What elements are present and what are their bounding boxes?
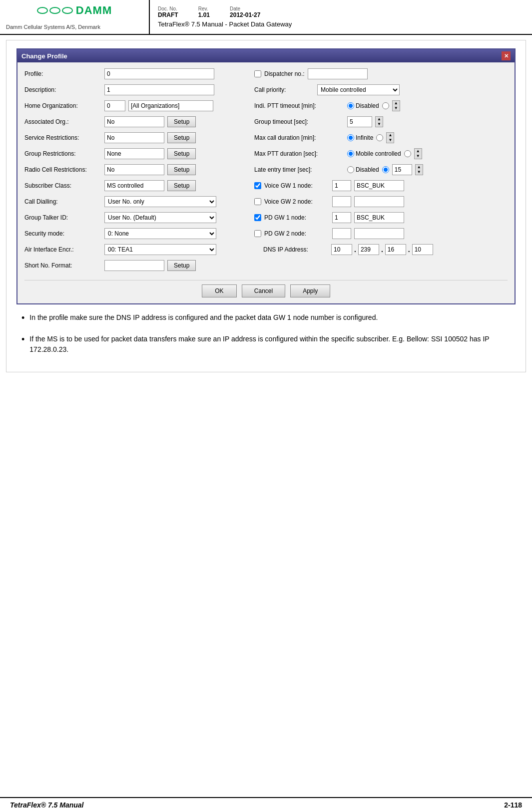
max-ptt-custom-radio [404,150,411,157]
radio-cell-setup-button[interactable]: Setup [167,164,196,175]
voice-gw2-num-input[interactable] [332,196,351,207]
voice-gw2-checkbox[interactable] [254,198,261,205]
pd-gw2-name-input[interactable] [354,228,404,239]
group-rest-setup-button[interactable]: Setup [167,148,196,159]
short-no-setup-button[interactable]: Setup [167,260,196,271]
late-entry-disabled-radio: Disabled [347,166,379,173]
group-talker-select[interactable]: User No. (Default) [104,212,216,223]
dialog-columns: Profile: Description: Home Organization:… [24,67,508,275]
logo-graphic: DAMM [37,4,112,17]
air-encr-label: Air Interface Encr.: [24,246,104,253]
dns-oct2-input[interactable] [358,244,379,255]
max-call-spinner: ▲ ▼ [386,132,394,143]
date-label: Date [230,6,260,11]
voice-gw1-checkbox[interactable] [254,182,261,189]
late-entry-label: Late entry timer [sec]: [254,166,344,173]
max-call-down[interactable]: ▼ [387,138,394,143]
pd-gw1-num-input[interactable] [332,212,351,223]
max-ptt-mobile-radio: Mobile controlled [347,150,401,157]
ok-button[interactable]: OK [202,284,237,297]
group-timeout-input[interactable] [347,116,372,127]
assoc-org-row: Associated Org.: Setup [24,115,244,128]
description-input[interactable] [104,84,214,95]
short-no-input[interactable] [104,260,164,271]
late-entry-custom-radio-input[interactable] [382,166,389,173]
group-timeout-down[interactable]: ▼ [376,122,383,127]
cancel-button[interactable]: Cancel [242,284,285,297]
max-call-up[interactable]: ▲ [387,133,394,138]
sub-class-row: Subscriber Class: Setup [24,179,244,192]
page-header: DAMM Damm Cellular Systems A/S, Denmark … [0,0,532,35]
dns-oct1-input[interactable] [331,244,352,255]
call-priority-select[interactable]: Mobile controlled [317,84,400,95]
group-rest-input[interactable] [104,148,164,159]
voice-gw2-row: Voice GW 2 node: [254,195,508,208]
bullet-item-2: • If the MS is to be used for packet dat… [21,334,511,355]
max-call-infinite-radio-input[interactable] [347,134,354,141]
page-content: Change Profile ✕ Profile: Description: [6,40,526,372]
max-ptt-custom-radio-input[interactable] [404,150,411,157]
voice-gw1-name-input[interactable] [354,180,404,191]
sub-class-input[interactable] [104,180,164,191]
service-rest-label: Service Restrictions: [24,134,104,141]
radio-cell-input[interactable] [104,164,164,175]
dns-oct3-input[interactable] [385,244,406,255]
profile-label: Profile: [24,70,104,77]
max-call-custom-radio [376,134,383,141]
indi-ptt-disabled-label: Disabled [356,102,379,109]
indi-ptt-spinner: ▲ ▼ [392,100,400,111]
short-no-row: Short No. Format: Setup [24,259,244,272]
dispatcher-checkbox[interactable] [254,70,261,77]
home-org-text-input[interactable] [128,100,213,111]
apply-button[interactable]: Apply [290,284,330,297]
voice-gw1-num-input[interactable] [332,180,351,191]
home-org-input[interactable] [104,100,125,111]
max-call-infinite-radio: Infinite [347,134,373,141]
late-entry-down[interactable]: ▼ [416,170,423,175]
call-dial-select[interactable]: User No. only [104,196,216,207]
profile-input[interactable] [104,68,214,79]
pd-gw2-num-input[interactable] [332,228,351,239]
assoc-org-label: Associated Org.: [24,118,104,125]
pd-gw1-checkbox[interactable] [254,214,261,221]
indi-ptt-down[interactable]: ▼ [393,106,400,111]
max-call-custom-radio-input[interactable] [376,134,383,141]
air-encr-row: Air Interface Encr.: 00: TEA1 [24,243,244,256]
indi-ptt-label: Indi. PTT timeout [min]: [254,102,344,109]
dialog-right-column: Dispatcher no.: Call priority: Mobile co… [254,67,508,275]
pd-gw2-label: PD GW 2 node: [264,230,329,237]
home-org-label: Home Organization: [24,102,104,109]
pd-gw1-name-input[interactable] [354,212,404,223]
late-entry-disabled-radio-input[interactable] [347,166,354,173]
max-ptt-up[interactable]: ▲ [415,149,422,154]
max-call-label: Max call duration [min]: [254,134,344,141]
security-select[interactable]: 0: None [104,228,216,239]
late-entry-input[interactable] [392,164,412,175]
max-ptt-mobile-label: Mobile controlled [356,150,401,157]
max-ptt-mobile-radio-input[interactable] [347,150,354,157]
assoc-org-setup-button[interactable]: Setup [167,116,196,127]
group-rest-label: Group Restrictions: [24,150,104,157]
indi-ptt-disabled-radio-input[interactable] [347,102,354,109]
footer-left: TetraFlex® 7.5 Manual [10,801,84,809]
indi-ptt-up[interactable]: ▲ [393,101,400,106]
air-encr-select[interactable]: 00: TEA1 [104,244,216,255]
dns-oct4-input[interactable] [412,244,433,255]
dispatcher-input[interactable] [308,68,368,79]
indi-ptt-custom-radio-input[interactable] [382,102,389,109]
group-talker-label: Group Talker ID: [24,214,104,221]
indi-ptt-custom-radio [382,102,389,109]
dns-label: DNS IP Address: [263,246,328,253]
service-rest-input[interactable] [104,132,164,143]
group-timeout-up[interactable]: ▲ [376,117,383,122]
call-dial-row: Call Dialling: User No. only [24,195,244,208]
dialog-title: Change Profile [21,52,67,60]
sub-class-setup-button[interactable]: Setup [167,180,196,191]
dialog-close-button[interactable]: ✕ [502,51,511,60]
assoc-org-input[interactable] [104,116,164,127]
max-ptt-down[interactable]: ▼ [415,154,422,159]
service-rest-setup-button[interactable]: Setup [167,132,196,143]
late-entry-up[interactable]: ▲ [416,165,423,170]
pd-gw2-checkbox[interactable] [254,230,261,237]
voice-gw2-name-input[interactable] [354,196,404,207]
